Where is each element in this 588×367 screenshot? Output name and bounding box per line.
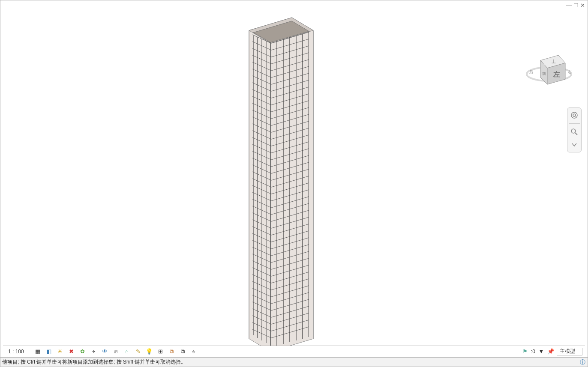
view-control-bar: 1 : 100 ▦ ◧ ☀ ✖ ✿ ⌖ 👁 ⎚ ⌂ ✎ 💡 ⊞ ⧉ ⧉ ⟐ ⚑ …: [3, 346, 585, 357]
close-button[interactable]: ✕: [580, 2, 585, 9]
svg-text:前: 前: [542, 72, 546, 76]
window-controls: — ☐ ✕: [566, 2, 585, 9]
extents-button[interactable]: ⟐: [189, 348, 198, 355]
minimize-button[interactable]: —: [566, 2, 572, 9]
svg-point-113: [571, 129, 576, 133]
home-view-button[interactable]: [570, 110, 579, 120]
reveal-icon: ⎚: [112, 348, 119, 355]
pin-button[interactable]: ✎: [133, 348, 143, 355]
selection-count-label: :0: [531, 349, 535, 355]
status-hint-text: 他项目; 按 Ctrl 键并单击可将新项目添加到选择集; 按 Shift 键并单…: [2, 358, 186, 366]
svg-point-112: [573, 114, 576, 116]
render-icon: ✿: [79, 348, 86, 355]
sun-icon: ☀: [57, 348, 63, 355]
shadows-button[interactable]: ✖: [66, 348, 76, 355]
crop-icon: ⌖: [90, 348, 97, 355]
model-graphics-icon: ▦: [34, 348, 41, 355]
nav-dropdown-button[interactable]: [570, 140, 579, 149]
navigation-bar: [567, 107, 582, 152]
viewport-3d[interactable]: — ☐ ✕: [0, 0, 588, 367]
temporary-view-icon: ⧉: [179, 348, 186, 355]
section-box-icon: ⧉: [168, 348, 175, 355]
hide-button[interactable]: 👁: [100, 348, 109, 355]
view-cube[interactable]: 上 左 前 后 右: [523, 43, 575, 95]
restore-button[interactable]: ☐: [573, 2, 579, 9]
render-button[interactable]: ✿: [78, 348, 87, 355]
info-icon[interactable]: ⓘ: [579, 359, 586, 366]
svg-text:上: 上: [552, 59, 556, 64]
box-icon: ◧: [45, 348, 52, 355]
status-bar: 他项目; 按 Ctrl 键并单击可将新项目添加到选择集; 按 Shift 键并单…: [0, 357, 588, 367]
svg-line-114: [575, 133, 577, 135]
ruler-icon: ⊞: [157, 348, 164, 355]
model-graphics-button[interactable]: ▦: [33, 348, 42, 355]
shadow-icon: ✖: [68, 348, 75, 355]
properties-icon: ⌂: [123, 348, 130, 355]
svg-text:右: 右: [568, 70, 572, 74]
bulb-icon: 💡: [146, 348, 153, 355]
hide-icon: 👁: [101, 348, 108, 355]
zoom-button[interactable]: [570, 127, 579, 137]
crop-button[interactable]: ⌖: [89, 348, 98, 355]
work-plane-button[interactable]: ⊞: [156, 348, 165, 355]
pushpin-icon[interactable]: 📌: [547, 348, 554, 355]
properties-button[interactable]: ⌂: [122, 348, 132, 355]
model-column-rebar[interactable]: [240, 13, 326, 349]
temporary-view-button[interactable]: ⧉: [178, 348, 187, 355]
reveal-button[interactable]: ⎚: [111, 348, 120, 355]
section-box-button[interactable]: ⧉: [167, 348, 176, 355]
svg-text:后: 后: [529, 70, 533, 74]
scale-selector[interactable]: 1 : 100: [6, 349, 31, 355]
worksharing-mode-dropdown[interactable]: 主模型: [557, 348, 582, 355]
svg-point-111: [571, 112, 577, 118]
svg-text:左: 左: [553, 71, 560, 78]
pin-icon: ✎: [135, 348, 141, 355]
extents-icon: ⟐: [190, 348, 197, 355]
temp-hide-button[interactable]: 💡: [144, 348, 154, 355]
nav-separator: [569, 123, 580, 124]
visual-style-button[interactable]: ◧: [44, 348, 54, 355]
sun-path-button[interactable]: ☀: [55, 348, 65, 355]
filter-icon[interactable]: ▼: [538, 348, 545, 355]
status-right-group: ⚑ :0 ▼ 📌 主模型: [522, 348, 582, 355]
selection-count-icon[interactable]: ⚑: [522, 348, 528, 355]
